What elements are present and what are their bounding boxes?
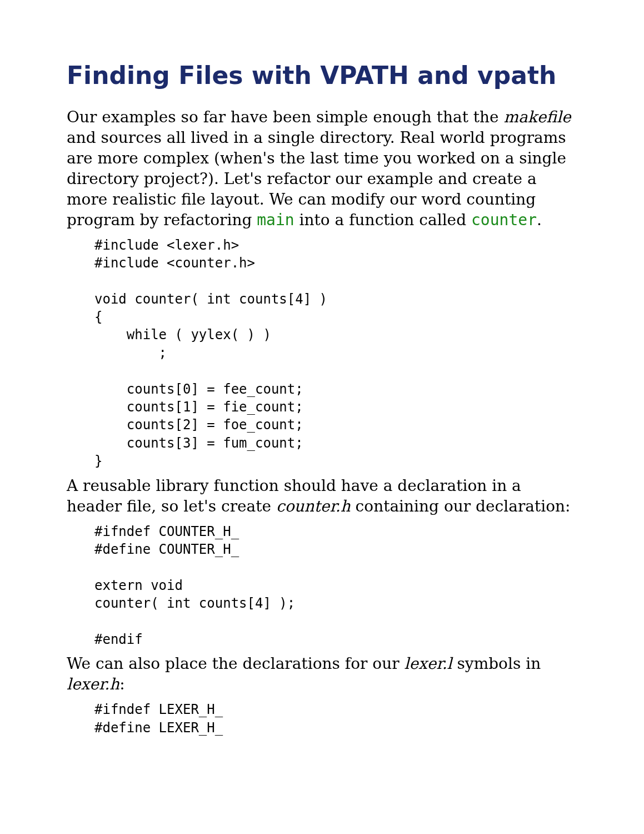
code-block-lexer-h: #ifndef LEXER_H_ #define LEXER_H_ bbox=[94, 701, 577, 737]
p2-text-2: containing our declaration: bbox=[351, 497, 571, 515]
p1-code-main: main bbox=[257, 211, 294, 229]
code-block-counter-h: #ifndef COUNTER_H_ #define COUNTER_H_ ex… bbox=[94, 523, 577, 649]
p1-text-1: Our examples so far have been simple eno… bbox=[67, 108, 504, 126]
p3-lexer-h-italic: lexer.h bbox=[67, 675, 119, 693]
p2-counter-h-italic: counter.h bbox=[276, 497, 351, 515]
p3-text-1: We can also place the declarations for o… bbox=[67, 654, 404, 673]
paragraph-2: A reusable library function should have … bbox=[67, 476, 577, 517]
section-heading: Finding Files with VPATH and vpath bbox=[67, 61, 577, 91]
p3-lexer-l-italic: lexer.l bbox=[404, 654, 452, 673]
p1-text-3: into a function called bbox=[294, 211, 471, 229]
p3-text-3: : bbox=[119, 675, 124, 693]
page: Finding Files with VPATH and vpath Our e… bbox=[0, 0, 644, 834]
paragraph-1: Our examples so far have been simple eno… bbox=[67, 107, 577, 231]
p1-text-4: . bbox=[537, 211, 542, 229]
p3-text-2: symbols in bbox=[452, 654, 541, 673]
p1-makefile-italic: makefile bbox=[504, 108, 571, 126]
code-block-counter-c: #include <lexer.h> #include <counter.h> … bbox=[94, 236, 577, 470]
p1-code-counter: counter bbox=[471, 211, 537, 229]
paragraph-3: We can also place the declarations for o… bbox=[67, 654, 577, 695]
